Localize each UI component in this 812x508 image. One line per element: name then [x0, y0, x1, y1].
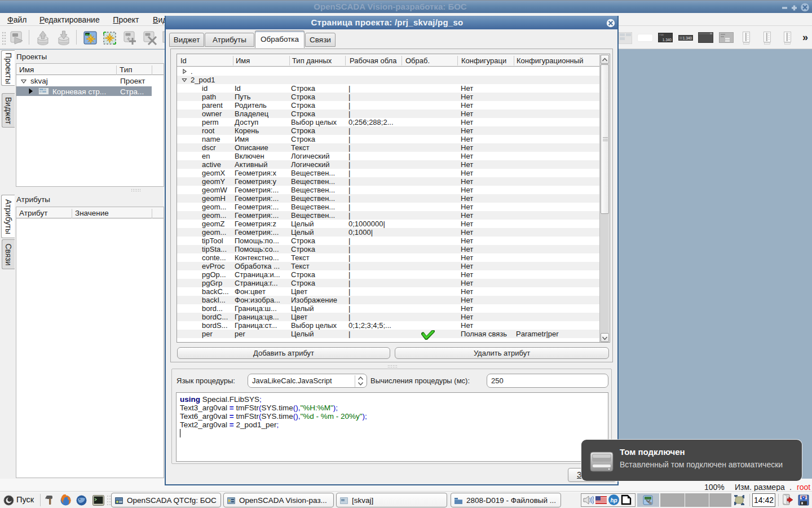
svg-text:hp: hp [611, 497, 617, 503]
